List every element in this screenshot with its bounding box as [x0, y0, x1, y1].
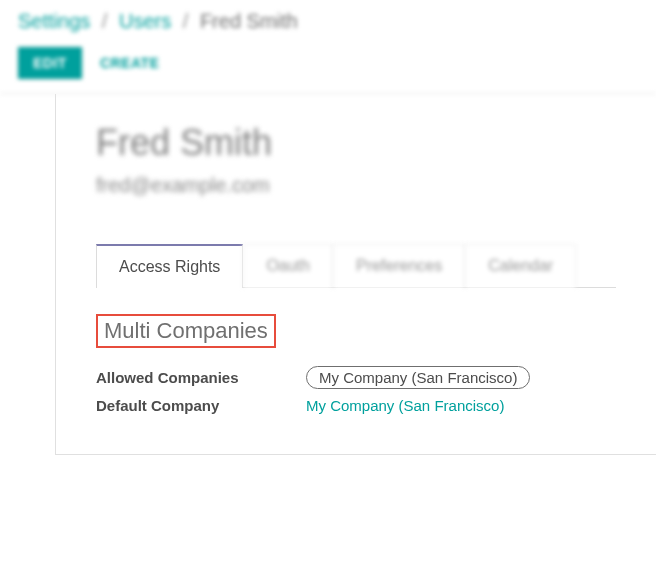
breadcrumb-link-settings[interactable]: Settings — [18, 10, 90, 32]
user-email: fred@example.com — [96, 174, 616, 197]
section-multi-companies: Multi Companies Allowed Companies My Com… — [96, 314, 616, 414]
edit-button[interactable]: EDIT — [18, 47, 82, 79]
content: Fred Smith fred@example.com Access Right… — [0, 94, 656, 455]
default-company-label: Default Company — [96, 397, 306, 414]
section-title: Multi Companies — [98, 316, 274, 346]
create-button[interactable]: CREATE — [100, 55, 160, 71]
topbar: Settings / Users / Fred Smith EDIT CREAT… — [0, 0, 656, 94]
breadcrumb-current: Fred Smith — [200, 10, 298, 32]
breadcrumb-sep: / — [102, 10, 108, 32]
breadcrumb-sep: / — [183, 10, 189, 32]
user-name: Fred Smith — [96, 122, 616, 164]
tab-access-rights[interactable]: Access Rights — [96, 244, 243, 288]
field-allowed-companies: Allowed Companies My Company (San Franci… — [96, 366, 616, 389]
action-bar: EDIT CREATE — [18, 47, 638, 79]
form-sheet: Fred Smith fred@example.com Access Right… — [55, 94, 656, 455]
default-company-link[interactable]: My Company (San Francisco) — [306, 397, 504, 414]
allowed-companies-label: Allowed Companies — [96, 369, 306, 386]
tab-oauth[interactable]: Oauth — [243, 244, 333, 288]
tab-preferences[interactable]: Preferences — [333, 244, 465, 288]
tabs: Access Rights Oauth Preferences Calendar — [96, 243, 616, 288]
breadcrumb: Settings / Users / Fred Smith — [18, 10, 638, 33]
field-default-company: Default Company My Company (San Francisc… — [96, 397, 616, 414]
allowed-company-tag[interactable]: My Company (San Francisco) — [306, 366, 530, 389]
tab-calendar[interactable]: Calendar — [465, 244, 576, 288]
highlight-box: Multi Companies — [96, 314, 276, 348]
breadcrumb-link-users[interactable]: Users — [119, 10, 171, 32]
